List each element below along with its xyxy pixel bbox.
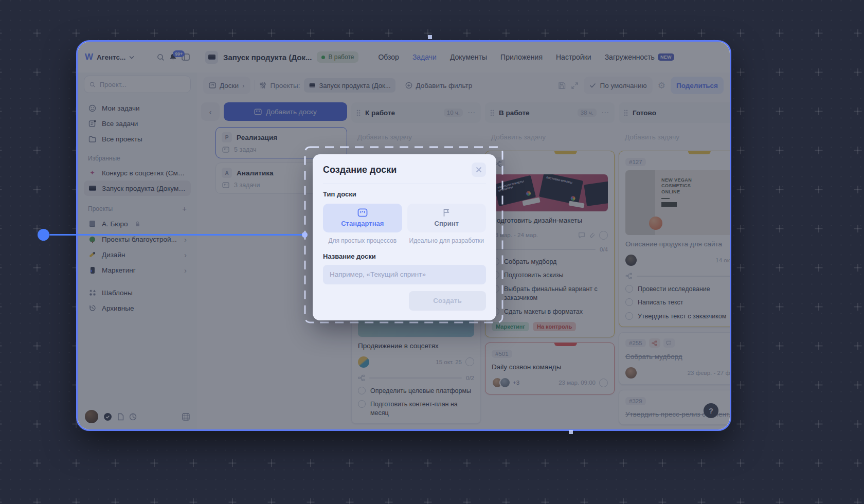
project-filter-chip[interactable]: Запуск продукта (Док... <box>304 78 395 93</box>
sidebar-item-product-launch[interactable]: Запуск продукта (Докуме... <box>84 181 191 196</box>
search-icon[interactable] <box>157 53 165 61</box>
tag-on-review[interactable]: На контроль <box>533 322 576 331</box>
task-list-icon <box>88 120 96 128</box>
create-board-modal: Создание доски Тип доски Стандартная Спр… <box>313 154 496 320</box>
view-mode-select[interactable]: По умолчанию <box>584 77 652 94</box>
save-view-icon[interactable] <box>558 82 566 89</box>
board-icon <box>254 109 262 115</box>
add-task-row[interactable]: Добавить задачу <box>351 127 481 147</box>
help-button[interactable]: ? <box>704 403 718 418</box>
sidebar-item-my-tasks[interactable]: Мои задачи <box>84 100 191 116</box>
progress-count: 0/4 <box>600 246 608 253</box>
checklist-item[interactable]: Сдать макеты в форматах <box>492 308 608 316</box>
checklist-item[interactable]: Определить целевые платформы <box>358 387 474 395</box>
checkbox-circle[interactable] <box>358 387 366 394</box>
status-badge[interactable]: В работе <box>317 51 358 63</box>
column-header[interactable]: К работе 10 ч. ⋯ <box>351 102 481 123</box>
filter-sliders-icon[interactable] <box>259 82 266 89</box>
project-search-input[interactable] <box>100 81 185 88</box>
checklist-item[interactable]: Утвердить текст с заказчиком <box>625 312 731 321</box>
expand-icon[interactable] <box>571 82 579 89</box>
drag-handle-icon[interactable] <box>490 110 494 116</box>
checkbox-circle[interactable] <box>625 312 633 320</box>
checkbox-circle[interactable] <box>625 285 633 293</box>
drag-handle-icon[interactable] <box>356 110 361 116</box>
apps-grid-icon[interactable] <box>182 413 190 421</box>
sidebar-item-templates[interactable]: Шаблоны <box>84 285 191 300</box>
add-filter-button[interactable]: Добавить фильтр <box>400 77 478 94</box>
notifications-bell[interactable]: 99+ <box>169 53 177 61</box>
checklist-item[interactable]: Выбрать финальный вариант с заказчиком <box>492 285 608 302</box>
card-cover-image: КАТАЛОГИ БУКЛЕТЫ БРОШЮРЫ ЛИСТОВКИ ФЛАЕРЫ <box>492 174 608 211</box>
desktop-background: W Агентс... 99+ Запуск продукта (Док... <box>0 0 864 504</box>
checklist-item[interactable]: Собрать мудборд <box>492 258 608 266</box>
add-task-row[interactable]: Добавить задачу <box>485 127 615 147</box>
sidebar-item-bureau[interactable]: А. Бюро <box>84 216 191 231</box>
share-button[interactable]: Поделиться <box>671 77 724 94</box>
close-button[interactable] <box>472 163 486 177</box>
tab-overview[interactable]: Обзор <box>378 53 399 61</box>
complete-circle[interactable] <box>599 379 608 387</box>
add-task-row[interactable]: Добавить задачу <box>619 127 731 147</box>
board-type-option-standard[interactable]: Стандартная <box>323 204 402 232</box>
callout-line <box>49 234 305 236</box>
document-icon[interactable] <box>117 413 124 421</box>
grid-sparkle <box>569 430 573 434</box>
workspace-name[interactable]: Агентс... <box>97 53 125 61</box>
subtasks-progress: 0/2 <box>358 374 474 382</box>
chevron-right-icon[interactable]: › <box>184 235 187 244</box>
tab-tasks[interactable]: Задачи <box>412 53 437 61</box>
board-name-input[interactable] <box>323 265 486 284</box>
view-switcher-boards[interactable]: Доски › <box>203 77 250 94</box>
task-card-design-mockups[interactable]: КАТАЛОГИ БУКЛЕТЫ БРОШЮРЫ ЛИСТОВКИ ФЛАЕРЫ… <box>485 151 615 337</box>
laptop-icon <box>310 83 315 87</box>
user-avatar[interactable] <box>85 410 98 423</box>
sidebar-item-contest[interactable]: ✦ Конкурс в соцсетях (Смар... <box>84 165 191 181</box>
collapse-boards-button[interactable]: ‹ <box>201 102 220 121</box>
column-menu-icon[interactable]: ⋯ <box>467 108 476 117</box>
sidebar-item-design[interactable]: Дизайн › <box>84 247 191 262</box>
tab-workload[interactable]: Загруженность NEW <box>605 53 674 61</box>
add-board-button[interactable]: Добавить доску <box>224 102 347 121</box>
history-icon <box>89 304 96 312</box>
task-card-daily-call[interactable]: #501 Daily созвон команды +3 23 мар. 09:… <box>485 343 615 395</box>
board-initial: P <box>222 132 232 142</box>
checklist-item[interactable]: Подготовить эскизы <box>492 271 608 280</box>
task-title: Продвижение в соцсетях <box>358 341 474 351</box>
create-board-submit-button[interactable]: Создать <box>409 291 486 311</box>
checklist-item[interactable]: Написать текст <box>625 298 731 307</box>
gear-icon[interactable]: ⚙ <box>658 80 665 91</box>
checkbox-circle[interactable] <box>358 400 366 408</box>
chevron-right-icon[interactable]: › <box>184 266 187 275</box>
tab-documents[interactable]: Документы <box>450 53 487 61</box>
tab-apps[interactable]: Приложения <box>500 53 543 61</box>
board-type-option-sprint[interactable]: Спринт <box>407 204 487 232</box>
sidebar-search[interactable] <box>84 76 191 93</box>
column-menu-icon[interactable]: ⋯ <box>601 108 609 117</box>
sidebar-item-marketing[interactable]: Маркетинг › <box>84 262 191 278</box>
column-header[interactable]: В работе 38 ч. ⋯ <box>485 102 615 123</box>
task-card-moodboard[interactable]: #255 Собрать мудборд 23 февр. - 27 февр. <box>619 332 731 385</box>
search-icon <box>89 81 96 88</box>
chevron-right-icon[interactable]: › <box>184 250 187 259</box>
tab-settings[interactable]: Настройки <box>556 53 591 61</box>
task-card-product-description[interactable]: #127 NEW VEGANCOSMETICSONLINE <box>619 151 731 327</box>
checkbox-circle[interactable] <box>625 298 633 306</box>
pie-chart-icon[interactable] <box>129 413 137 421</box>
sidebar-item-all-tasks[interactable]: Все задачи <box>84 116 191 131</box>
checklist-item[interactable]: Провести исследование <box>625 285 731 294</box>
add-project-button[interactable]: + <box>182 204 187 213</box>
checklist-item[interactable]: Подготовить контент-план на месяц <box>358 400 474 418</box>
chevron-down-icon[interactable] <box>129 56 134 59</box>
task-title: Подготовить дизайн-макеты <box>492 216 608 225</box>
complete-circle[interactable] <box>599 231 608 240</box>
sidebar-item-all-projects[interactable]: Все проекты <box>84 131 191 147</box>
board-icon <box>209 82 216 88</box>
column-header[interactable]: Готово 8 <box>619 102 731 123</box>
divider <box>323 184 486 184</box>
board-icon <box>222 182 229 188</box>
sidebar-item-archived[interactable]: Архивные <box>84 300 191 316</box>
complete-circle[interactable] <box>465 357 474 366</box>
drag-handle-icon[interactable] <box>624 110 628 116</box>
check-circle-icon[interactable] <box>103 412 112 421</box>
